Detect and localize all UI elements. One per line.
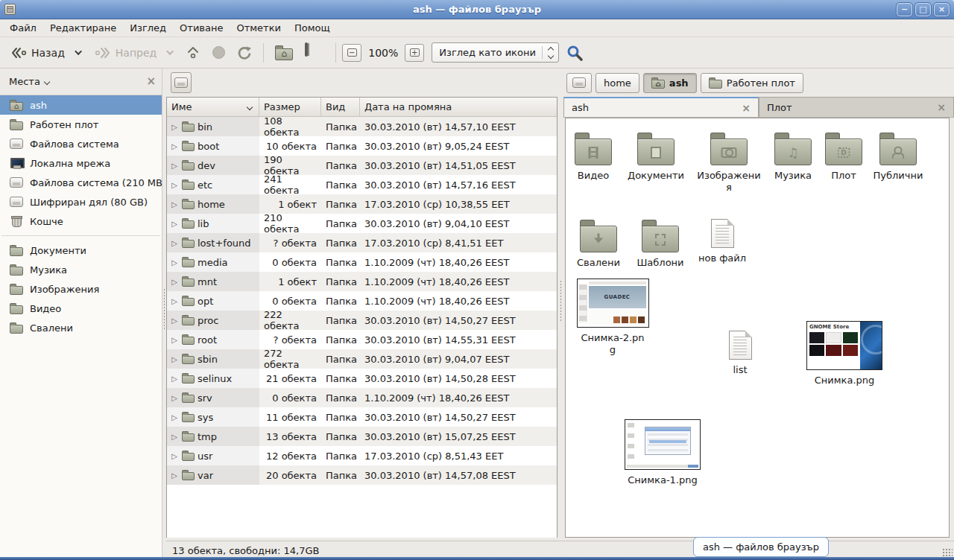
menu-item-2[interactable]: Изглед: [123, 20, 173, 36]
image-file-item[interactable]: GNOME StoreСнимка.png: [803, 321, 885, 386]
computer-button[interactable]: [300, 40, 329, 66]
file-item[interactable]: list: [709, 331, 771, 376]
tree-row[interactable]: ▷etc241 обектаПапка30.03.2010 (вт) 14,57…: [167, 175, 557, 194]
sidebar-item[interactable]: Шифриран дял (80 GB): [0, 192, 162, 211]
folder-item[interactable]: Шаблони: [629, 219, 692, 269]
folder-item[interactable]: Документи: [625, 132, 687, 182]
tree-row[interactable]: ▷var20 обектаПапка30.03.2010 (вт) 14,57,…: [167, 465, 557, 485]
column-header-size[interactable]: Размер: [259, 98, 321, 116]
minimize-button[interactable]: −: [897, 3, 912, 16]
expander-icon[interactable]: ▷: [170, 433, 179, 441]
expander-icon[interactable]: ▷: [170, 413, 179, 421]
image-file-item[interactable]: Снимка-1.png: [624, 419, 701, 486]
reload-button[interactable]: [232, 42, 257, 64]
tree-row[interactable]: ▷boot10 обектаПапка30.03.2010 (вт) 9,05,…: [167, 136, 557, 156]
tree-row[interactable]: ▷proc222 обектаПапка30.03.2010 (вт) 14,5…: [167, 311, 557, 330]
zoom-out-button[interactable]: −: [342, 44, 361, 62]
forward-history-dropdown[interactable]: [163, 46, 179, 59]
expander-icon[interactable]: ▷: [170, 316, 179, 325]
sidebar-item[interactable]: Видео: [0, 299, 162, 318]
expander-icon[interactable]: ▷: [170, 239, 179, 247]
expander-icon[interactable]: ▷: [170, 375, 179, 383]
tree-row[interactable]: ▷opt0 обектаПапка1.10.2009 (чт) 18,40,26…: [167, 291, 557, 311]
column-header-type[interactable]: Вид: [321, 98, 360, 116]
tree-row[interactable]: ▷sbin272 обектаПапка30.03.2010 (вт) 9,04…: [167, 349, 557, 369]
breadcrumb-home-button[interactable]: home: [596, 73, 639, 93]
menu-item-0[interactable]: Файл: [3, 20, 43, 36]
folder-item[interactable]: Видео: [565, 132, 625, 182]
sidebar-item[interactable]: Музика: [0, 260, 162, 279]
expander-icon[interactable]: ▷: [170, 200, 179, 209]
expander-icon[interactable]: ▷: [170, 258, 179, 267]
tree-row[interactable]: ▷media0 обектаПапка1.10.2009 (чт) 18,40,…: [167, 252, 557, 272]
titlebar[interactable]: ash — файлов браузър − □ ×: [0, 0, 954, 19]
folder-item[interactable]: DПлот: [812, 132, 875, 182]
expander-icon[interactable]: ▷: [170, 336, 179, 344]
folder-item[interactable]: Свалени: [567, 219, 630, 269]
tree-row[interactable]: ▷usr12 обектаПапка17.03.2010 (ср) 8,51,4…: [167, 446, 557, 465]
expander-icon[interactable]: ▷: [170, 355, 179, 363]
image-file-item[interactable]: GUADECСнимка-2.png: [581, 279, 645, 357]
sidebar-item[interactable]: ash: [0, 95, 162, 115]
back-button[interactable]: Назад: [4, 42, 70, 63]
tree-row[interactable]: ▷lost+found? обектаПапка17.03.2010 (ср) …: [167, 233, 557, 252]
menu-item-5[interactable]: Помощ: [288, 20, 337, 36]
expander-icon[interactable]: ▷: [170, 123, 179, 131]
expander-icon[interactable]: ▷: [170, 278, 179, 286]
tree-row[interactable]: ▷root? обектаПапка30.03.2010 (вт) 14,55,…: [167, 330, 557, 349]
expander-icon[interactable]: ▷: [170, 297, 179, 305]
column-header-name[interactable]: Име: [167, 98, 259, 116]
back-history-dropdown[interactable]: [72, 46, 87, 59]
expander-icon[interactable]: ▷: [170, 471, 179, 480]
tree-row[interactable]: ▷selinux21 обектаПапка30.03.2010 (вт) 14…: [167, 369, 557, 388]
sidebar-item[interactable]: Кошче: [0, 211, 162, 231]
expander-icon[interactable]: ▷: [170, 162, 179, 170]
tab-close-icon[interactable]: ×: [937, 101, 946, 113]
folder-item[interactable]: Изображения: [695, 132, 762, 194]
sidebar-item[interactable]: Документи: [0, 241, 162, 260]
sidebar-item[interactable]: Работен плот: [0, 115, 162, 134]
view-mode-select[interactable]: Изглед като икони: [432, 42, 559, 63]
tab-ash[interactable]: ash ×: [563, 97, 759, 117]
root-location-button[interactable]: [171, 72, 192, 93]
icon-view[interactable]: ВидеоДокументиИзображения♫МузикаDПлотПуб…: [565, 118, 950, 538]
breadcrumb-desktop-button[interactable]: Работен плот: [701, 73, 803, 93]
sidebar-item[interactable]: Файлова система (210 MB): [0, 173, 162, 192]
expander-icon[interactable]: ▷: [170, 142, 179, 150]
tree-row[interactable]: ▷srv0 обектаПапка1.10.2009 (чт) 18,40,26…: [167, 388, 557, 407]
tree-row[interactable]: ▷dev190 обектаПапка30.03.2010 (вт) 14,51…: [167, 156, 557, 175]
sidebar-item[interactable]: Свалени: [0, 318, 162, 337]
pane-splitter[interactable]: [559, 69, 563, 538]
forward-button[interactable]: Напред: [89, 42, 162, 63]
folder-item[interactable]: Публични: [867, 132, 929, 182]
places-selector[interactable]: Места: [9, 76, 40, 87]
sidebar-item[interactable]: Файлова система: [0, 134, 162, 153]
sidebar-item[interactable]: Изображения: [0, 279, 162, 299]
expander-icon[interactable]: ▷: [170, 394, 179, 402]
stop-button[interactable]: [207, 42, 230, 63]
tree-row[interactable]: ▷mnt1 обектПапка1.10.2009 (чт) 18,40,26 …: [167, 272, 557, 291]
menu-item-3[interactable]: Отиване: [173, 20, 230, 36]
breadcrumb-root-button[interactable]: [566, 73, 592, 93]
tree-row[interactable]: ▷home1 обектПапка17.03.2010 (ср) 10,38,5…: [167, 194, 557, 214]
menu-item-1[interactable]: Редактиране: [43, 20, 123, 36]
file-item[interactable]: нов файл: [691, 219, 754, 264]
chevron-down-icon[interactable]: [45, 80, 49, 84]
tree-row[interactable]: ▷sys11 обектаПапка30.03.2010 (вт) 14,50,…: [167, 407, 557, 427]
maximize-button[interactable]: □: [915, 3, 931, 16]
sidebar-item[interactable]: Локална мрежа: [0, 153, 162, 173]
search-button[interactable]: [560, 40, 589, 66]
sidebar-close-button[interactable]: ×: [146, 76, 156, 87]
home-button[interactable]: [270, 42, 298, 64]
tab-close-icon[interactable]: ×: [742, 102, 751, 114]
expander-icon[interactable]: ▷: [170, 220, 179, 228]
tab-plot[interactable]: Плот ×: [759, 97, 954, 117]
up-button[interactable]: [180, 42, 206, 64]
expander-icon[interactable]: ▷: [170, 452, 179, 460]
tree-row[interactable]: ▷tmp13 обектаПапка30.03.2010 (вт) 15,07,…: [167, 427, 557, 446]
expander-icon[interactable]: ▷: [170, 181, 179, 189]
close-button[interactable]: ×: [934, 3, 950, 16]
breadcrumb-current-button[interactable]: ash: [643, 73, 697, 93]
column-header-date[interactable]: Дата на промяна: [360, 98, 557, 116]
tree-row[interactable]: ▷bin108 обектаПапка30.03.2010 (вт) 14,57…: [167, 117, 557, 136]
